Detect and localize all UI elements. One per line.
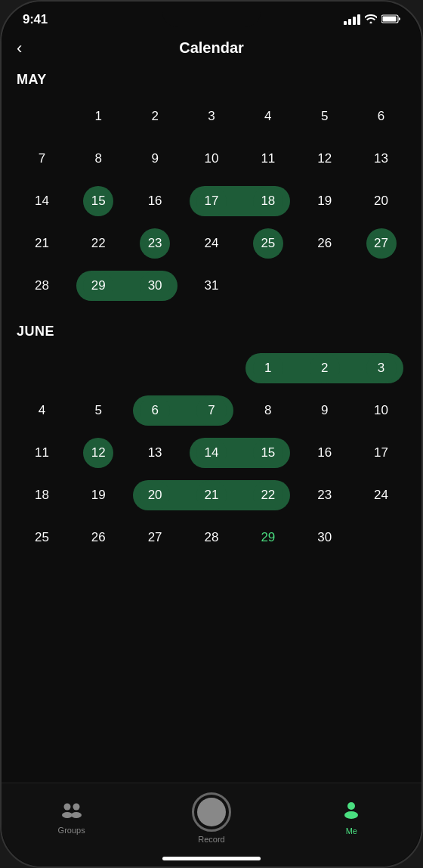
svg-point-5 bbox=[71, 812, 82, 818]
day-cell[interactable]: 25 bbox=[239, 224, 296, 263]
day-cell[interactable]: 2 bbox=[127, 97, 184, 136]
day-cell[interactable]: 11 bbox=[239, 139, 296, 178]
day-cell[interactable]: 19 bbox=[70, 476, 127, 515]
day-cell[interactable]: 20 bbox=[353, 181, 409, 221]
day-cell[interactable]: 24 bbox=[184, 224, 240, 263]
day-cell[interactable]: 29 bbox=[70, 266, 127, 305]
day-cell[interactable]: 13 bbox=[353, 139, 409, 178]
header: ‹ Calendar bbox=[2, 33, 421, 66]
day-cell[interactable]: 6 bbox=[127, 391, 184, 430]
day-cell bbox=[70, 349, 127, 388]
day-cell[interactable]: 4 bbox=[239, 97, 296, 136]
day-cell[interactable]: 15 bbox=[70, 181, 127, 221]
day-cell[interactable]: 8 bbox=[70, 139, 127, 178]
day-cell[interactable]: 16 bbox=[127, 181, 184, 221]
day-cell[interactable]: 9 bbox=[127, 139, 184, 178]
day-cell[interactable]: 22 bbox=[239, 476, 296, 515]
day-cell[interactable]: 2 bbox=[296, 349, 353, 388]
groups-icon bbox=[61, 801, 82, 823]
may-week-3: 14 15 16 17 18 19 20 bbox=[14, 181, 409, 221]
day-cell[interactable]: 24 bbox=[353, 476, 409, 515]
day-cell[interactable]: 21 bbox=[184, 476, 240, 515]
day-cell[interactable]: 19 bbox=[296, 181, 353, 221]
day-cell[interactable]: 21 bbox=[14, 224, 70, 263]
day-cell[interactable]: 20 bbox=[127, 476, 184, 515]
day-cell[interactable]: 12 bbox=[70, 433, 127, 473]
june-week-4: 18 19 20 21 22 23 24 bbox=[14, 476, 409, 515]
june-week-1: 1 2 3 bbox=[14, 349, 409, 388]
day-cell bbox=[296, 266, 353, 305]
day-cell[interactable]: 29 bbox=[239, 518, 296, 557]
record-button[interactable] bbox=[192, 792, 231, 832]
day-cell[interactable]: 26 bbox=[70, 518, 127, 557]
day-cell[interactable]: 25 bbox=[14, 518, 70, 557]
me-icon bbox=[342, 801, 360, 823]
day-cell bbox=[14, 97, 70, 136]
may-week-1: 1 2 3 4 5 6 bbox=[14, 97, 409, 136]
may-week-4: 21 22 23 24 25 26 27 bbox=[14, 224, 409, 263]
day-cell[interactable]: 4 bbox=[14, 391, 70, 430]
day-cell[interactable]: 8 bbox=[239, 391, 296, 430]
day-cell[interactable]: 30 bbox=[296, 518, 353, 557]
day-cell[interactable]: 13 bbox=[127, 433, 184, 473]
svg-point-2 bbox=[63, 804, 70, 811]
tab-groups-label: Groups bbox=[58, 826, 85, 835]
page-title: Calendar bbox=[179, 39, 244, 57]
day-cell[interactable]: 23 bbox=[296, 476, 353, 515]
day-cell[interactable]: 14 bbox=[184, 433, 240, 473]
day-cell[interactable]: 1 bbox=[239, 349, 296, 388]
day-cell[interactable]: 27 bbox=[353, 224, 409, 263]
may-week-2: 7 8 9 10 11 12 13 bbox=[14, 139, 409, 178]
tab-me[interactable]: Me bbox=[321, 801, 381, 835]
day-cell[interactable]: 31 bbox=[184, 266, 240, 305]
june-grid: 1 2 3 4 5 6 7 8 9 10 bbox=[14, 349, 409, 557]
day-cell[interactable]: 16 bbox=[296, 433, 353, 473]
day-cell[interactable]: 12 bbox=[296, 139, 353, 178]
day-cell[interactable]: 14 bbox=[14, 181, 70, 221]
tab-record-label: Record bbox=[198, 835, 224, 844]
phone-frame: 9:41 bbox=[0, 0, 423, 868]
day-cell[interactable]: 5 bbox=[70, 391, 127, 430]
day-cell[interactable]: 28 bbox=[184, 518, 240, 557]
day-cell[interactable]: 11 bbox=[14, 433, 70, 473]
tab-record[interactable]: Record bbox=[181, 792, 242, 844]
notch bbox=[162, 2, 261, 27]
day-cell[interactable]: 15 bbox=[239, 433, 296, 473]
svg-point-4 bbox=[62, 812, 73, 818]
screen: 9:41 bbox=[2, 2, 421, 866]
day-cell[interactable]: 9 bbox=[296, 391, 353, 430]
day-cell[interactable]: 18 bbox=[239, 181, 296, 221]
day-cell[interactable]: 26 bbox=[296, 224, 353, 263]
day-cell[interactable]: 6 bbox=[353, 97, 409, 136]
day-cell[interactable]: 23 bbox=[127, 224, 184, 263]
day-cell[interactable]: 18 bbox=[14, 476, 70, 515]
day-cell[interactable]: 3 bbox=[184, 97, 240, 136]
day-cell[interactable]: 28 bbox=[14, 266, 70, 305]
day-cell bbox=[239, 266, 296, 305]
may-week-5: 28 29 30 31 bbox=[14, 266, 409, 305]
june-week-2: 4 5 6 7 8 9 10 bbox=[14, 391, 409, 430]
day-cell[interactable]: 7 bbox=[184, 391, 240, 430]
june-week-5: 25 26 27 28 29 30 bbox=[14, 518, 409, 557]
wifi-icon bbox=[365, 14, 377, 26]
tab-groups[interactable]: Groups bbox=[42, 801, 102, 835]
june-week-3: 11 12 13 14 15 16 17 bbox=[14, 433, 409, 473]
month-label-may: MAY bbox=[17, 72, 409, 88]
record-inner bbox=[197, 798, 226, 826]
day-cell bbox=[184, 349, 240, 388]
day-cell[interactable]: 3 bbox=[353, 349, 409, 388]
day-cell[interactable]: 7 bbox=[14, 139, 70, 178]
day-cell[interactable]: 27 bbox=[127, 518, 184, 557]
day-cell[interactable]: 10 bbox=[353, 391, 409, 430]
svg-point-7 bbox=[344, 811, 358, 819]
day-cell[interactable]: 1 bbox=[70, 97, 127, 136]
day-cell[interactable]: 5 bbox=[296, 97, 353, 136]
day-cell[interactable]: 17 bbox=[353, 433, 409, 473]
day-cell[interactable]: 30 bbox=[127, 266, 184, 305]
month-label-june: JUNE bbox=[17, 324, 409, 339]
day-cell bbox=[127, 349, 184, 388]
day-cell[interactable]: 17 bbox=[184, 181, 240, 221]
day-cell[interactable]: 22 bbox=[70, 224, 127, 263]
back-button[interactable]: ‹ bbox=[17, 39, 22, 58]
day-cell[interactable]: 10 bbox=[184, 139, 240, 178]
